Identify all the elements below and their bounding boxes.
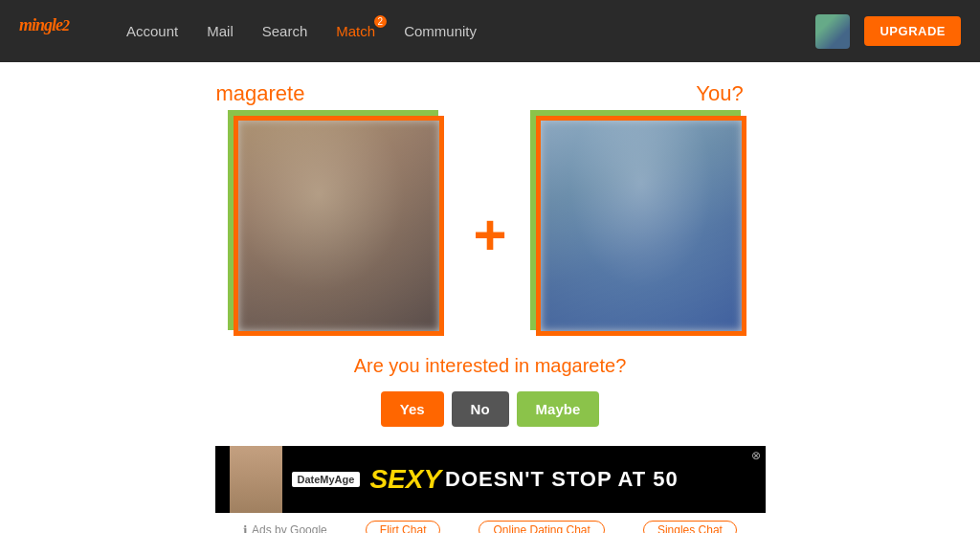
info-icon: ℹ	[243, 523, 248, 533]
avatar-image	[815, 14, 850, 49]
plus-sign: +	[473, 207, 506, 264]
profile1-photo	[238, 121, 439, 331]
logo-suffix: 2	[62, 17, 69, 33]
maybe-button[interactable]: Maybe	[517, 391, 600, 427]
upgrade-button[interactable]: UPGRADE	[864, 16, 961, 46]
main-content: magarete You? +	[0, 62, 980, 533]
profile1-photo-wrapper	[234, 116, 444, 336]
online-dating-chat-link[interactable]: Online Dating Chat	[479, 521, 604, 533]
ad-close-button[interactable]: ⊗	[751, 449, 761, 462]
yes-button[interactable]: Yes	[381, 391, 444, 427]
profile2-photo-frame	[536, 116, 746, 336]
avatar[interactable]	[815, 14, 850, 49]
ad-text: SEXY DOESN'T STOP AT 50	[369, 464, 678, 495]
profile1-name: magarete	[165, 81, 356, 106]
photos-row: +	[234, 116, 746, 336]
profile2-photo	[541, 121, 742, 331]
ad-banner: DateMyAge SEXY DOESN'T STOP AT 50 ⊗	[215, 446, 766, 513]
profile2-overlay	[541, 121, 742, 331]
main-nav: Account Mail Search Match2 Community	[126, 23, 815, 39]
ads-by-google: ℹ Ads by Google	[243, 523, 327, 533]
ads-label: Ads by Google	[252, 523, 327, 533]
ad-rest-text: DOESN'T STOP AT 50	[445, 467, 679, 492]
logo-text: mingle	[19, 15, 62, 34]
profile2-photo-wrapper	[536, 116, 746, 336]
no-button[interactable]: No	[452, 391, 509, 427]
action-buttons: Yes No Maybe	[381, 391, 600, 427]
nav-search[interactable]: Search	[262, 23, 308, 39]
nav-mail[interactable]: Mail	[207, 23, 234, 39]
nav-community[interactable]: Community	[404, 23, 477, 39]
logo[interactable]: mingle2	[19, 15, 69, 47]
ad-person-image	[230, 446, 282, 513]
header: mingle2 Account Mail Search Match2 Commu…	[0, 0, 980, 62]
match-badge-count: 2	[374, 15, 388, 28]
header-right: UPGRADE	[815, 14, 961, 49]
flirt-chat-link[interactable]: Flirt Chat	[366, 521, 441, 533]
profile2-name: You?	[624, 81, 815, 106]
profile-names: magarete You?	[165, 81, 815, 106]
footer-links: ℹ Ads by Google Flirt Chat Online Dating…	[243, 521, 737, 533]
nav-match[interactable]: Match2	[336, 23, 375, 39]
ad-sexy-text: SEXY	[369, 464, 441, 495]
nav-account[interactable]: Account	[126, 23, 178, 39]
profile1-photo-frame	[234, 116, 444, 336]
interest-question: Are you interested in magarete?	[354, 355, 627, 377]
ad-brand-name: DateMyAge	[292, 472, 361, 487]
singles-chat-link[interactable]: Singles Chat	[643, 521, 737, 533]
profile1-overlay	[238, 121, 439, 331]
